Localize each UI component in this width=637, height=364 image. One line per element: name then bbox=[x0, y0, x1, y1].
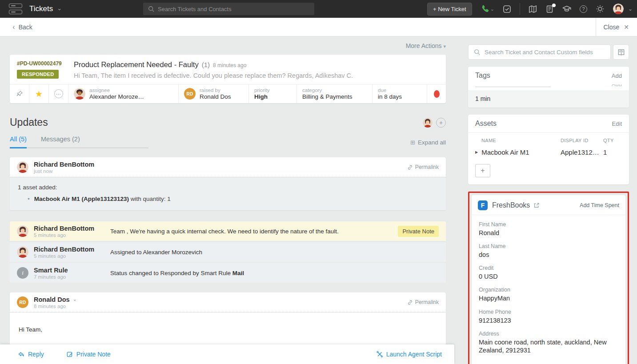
expand-all-button[interactable]: ⊞ Expand all bbox=[410, 139, 446, 148]
ellipsis-icon: … bbox=[54, 89, 63, 98]
rule-author: Smart Rule bbox=[34, 267, 104, 274]
category-cell[interactable]: category Billing & Payments bbox=[297, 84, 373, 103]
updates-heading: Updates bbox=[10, 116, 48, 128]
pin-button[interactable] bbox=[10, 84, 29, 103]
bullet-icon: • bbox=[28, 196, 30, 202]
thread-count: (1) bbox=[202, 61, 210, 68]
tasks-icon[interactable] bbox=[503, 5, 511, 13]
academy-icon[interactable] bbox=[562, 4, 571, 13]
more-options-button[interactable]: … bbox=[49, 84, 68, 103]
priority-label: priority bbox=[254, 88, 270, 93]
app-switcher-icon[interactable] bbox=[9, 4, 22, 14]
assignment-row[interactable]: Richard BenBottom 5 minutes ago Assigned… bbox=[10, 242, 446, 262]
note-time: 5 minutes ago bbox=[34, 232, 104, 238]
chevron-down-icon: ⌄ bbox=[490, 6, 494, 12]
whats-next-bulb-icon[interactable] bbox=[596, 4, 605, 13]
private-note-row[interactable]: Richard BenBottom 5 minutes ago Team , W… bbox=[10, 221, 446, 241]
more-actions-button[interactable]: More Actions ▾ bbox=[406, 42, 446, 51]
tags-add-button[interactable]: Add bbox=[612, 72, 622, 79]
raised-by-label: raised by bbox=[200, 88, 231, 93]
asset-qty: 1 bbox=[603, 148, 622, 156]
due-cell[interactable]: due in 8 days bbox=[373, 84, 427, 103]
chevron-down-icon[interactable]: ⌄ bbox=[73, 296, 77, 302]
back-button[interactable]: ‹ Back bbox=[12, 23, 32, 32]
close-label: Close bbox=[603, 24, 619, 31]
add-watcher-button[interactable]: + bbox=[436, 118, 446, 128]
ticket-title: Product Replacement Needed - Faulty bbox=[74, 60, 199, 69]
requester-initials-avatar: RD bbox=[17, 296, 28, 308]
sla-red-indicator[interactable] bbox=[434, 90, 440, 98]
add-time-spent-button[interactable]: Add Time Spent bbox=[580, 202, 619, 208]
priority-value: High bbox=[254, 93, 270, 100]
asset-row[interactable]: ▶ Macbook Air M1 Apple1312… 1 bbox=[468, 144, 629, 160]
note-text: Team , We're having a quick internal che… bbox=[110, 228, 398, 235]
note-author: Richard BenBottom bbox=[34, 225, 104, 232]
assets-edit-button[interactable]: Edit bbox=[612, 120, 622, 127]
fb-field-organization: Organization HappyMan bbox=[479, 287, 618, 302]
custom-fields-search[interactable] bbox=[468, 44, 611, 60]
tab-messages[interactable]: Messages (2) bbox=[41, 136, 80, 148]
rule-text: Status changed to Responded by Smart Rul… bbox=[110, 270, 439, 276]
assignee-cell[interactable]: assignee Alexander Moroze… bbox=[68, 84, 179, 103]
reply-button[interactable]: Reply bbox=[18, 351, 44, 358]
tab-all[interactable]: All (5) bbox=[10, 136, 27, 148]
triangle-right-icon: ▶ bbox=[475, 150, 478, 154]
launch-agent-script-button[interactable]: Launch Agent Script bbox=[376, 351, 442, 358]
assignee-value: Alexander Moroze… bbox=[89, 93, 144, 100]
notification-dot bbox=[552, 4, 556, 7]
reply-icon bbox=[18, 351, 25, 358]
caret-down-icon: ▾ bbox=[443, 44, 446, 49]
global-search[interactable] bbox=[143, 3, 314, 15]
private-note-button[interactable]: Private Note bbox=[66, 351, 111, 358]
watcher-avatar[interactable] bbox=[423, 118, 433, 128]
field-layout-button[interactable] bbox=[613, 44, 629, 60]
avatar bbox=[17, 225, 28, 237]
close-button[interactable]: Close ✕ bbox=[596, 18, 637, 36]
new-ticket-button[interactable]: + New Ticket bbox=[427, 3, 472, 16]
message-line: Hi Team, bbox=[19, 326, 437, 333]
phone-icon[interactable]: ⌄ bbox=[481, 4, 494, 13]
time-spent-value: 1 min bbox=[468, 90, 629, 108]
avatar bbox=[17, 246, 28, 258]
clipped-scrolled-row: Add bbox=[468, 84, 629, 90]
tags-card: Tags Add Add 1 min bbox=[468, 67, 629, 108]
asset-event-intro: 1 asset added: bbox=[18, 184, 438, 191]
link-icon bbox=[407, 164, 413, 170]
add-asset-button[interactable]: + bbox=[475, 164, 490, 177]
external-link-icon[interactable] bbox=[533, 202, 540, 208]
rule-time: 7 minutes ago bbox=[34, 274, 104, 280]
user-menu[interactable] bbox=[613, 4, 624, 14]
global-search-input[interactable] bbox=[158, 6, 300, 12]
ticket-age: 8 minutes ago bbox=[213, 62, 246, 68]
highlight-red-box: F FreshBooks Add Time Spent First Name R… bbox=[468, 192, 629, 364]
note-icon bbox=[66, 351, 73, 358]
knowledge-map-icon[interactable] bbox=[529, 5, 537, 13]
permalink-button[interactable]: Permalink bbox=[407, 299, 439, 305]
star-button[interactable]: ★ bbox=[29, 84, 49, 103]
ticket-header-card: #PD-UW00002479 RESPONDED Product Replace… bbox=[10, 55, 446, 103]
priority-cell[interactable]: priority High bbox=[249, 84, 297, 103]
close-icon: ✕ bbox=[624, 24, 629, 31]
module-label: Tickets bbox=[29, 4, 53, 13]
ticket-column: More Actions ▾ #PD-UW00002479 RESPONDED … bbox=[10, 36, 446, 364]
assets-title: Assets bbox=[475, 120, 497, 128]
pin-icon bbox=[16, 90, 23, 97]
updates-tabs: All (5) Messages (2) bbox=[10, 136, 148, 148]
private-note-badge: Private Note bbox=[398, 226, 439, 237]
freshbooks-logo: F bbox=[478, 200, 488, 210]
asset-display-id: Apple1312… bbox=[561, 148, 603, 156]
raised-by-cell[interactable]: RD raised by Ronald Dos bbox=[179, 84, 249, 103]
due-label: due bbox=[378, 88, 402, 93]
permalink-button[interactable]: Permalink bbox=[407, 164, 439, 170]
module-selector[interactable]: Tickets ⌄ bbox=[29, 4, 62, 13]
fb-field-first-name: First Name Ronald bbox=[479, 221, 618, 237]
agent-script-icon bbox=[376, 351, 383, 358]
col-display-id: DISPLAY ID bbox=[561, 138, 603, 143]
avatar bbox=[74, 88, 85, 100]
avatar bbox=[613, 4, 624, 14]
back-label: Back bbox=[19, 24, 32, 31]
smart-rule-row[interactable]: i Smart Rule 7 minutes ago Status change… bbox=[10, 263, 446, 283]
custom-fields-search-input[interactable] bbox=[485, 49, 600, 56]
help-icon[interactable]: ? bbox=[580, 5, 587, 13]
whats-new-icon[interactable] bbox=[545, 5, 554, 13]
